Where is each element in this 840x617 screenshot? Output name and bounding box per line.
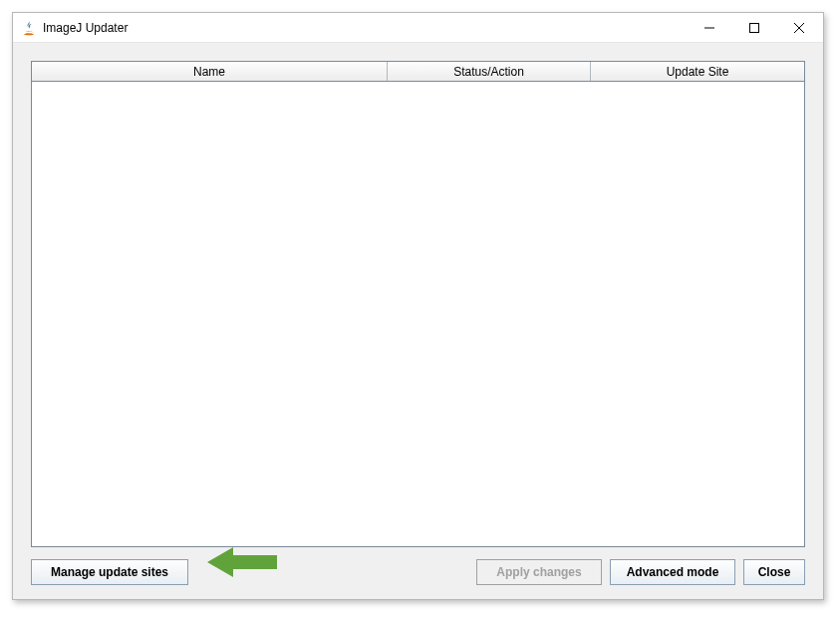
svg-point-0 — [24, 33, 34, 35]
column-header-update-site[interactable]: Update Site — [591, 62, 804, 81]
apply-changes-button: Apply changes — [476, 559, 602, 585]
maximize-button[interactable] — [731, 13, 776, 42]
manage-update-sites-button[interactable]: Manage update sites — [31, 559, 188, 585]
window-title: ImageJ Updater — [43, 21, 687, 35]
close-window-button[interactable] — [776, 13, 821, 42]
column-header-name[interactable]: Name — [32, 62, 388, 81]
window-frame: ImageJ Updater Name Status/Action Update… — [12, 12, 824, 600]
table-body[interactable] — [32, 82, 804, 546]
svg-rect-2 — [749, 23, 758, 32]
titlebar[interactable]: ImageJ Updater — [13, 13, 823, 43]
button-bar: Manage update sites Apply changes Advanc… — [31, 547, 805, 589]
window-controls — [687, 13, 821, 42]
column-header-status[interactable]: Status/Action — [388, 62, 591, 81]
table-header-row: Name Status/Action Update Site — [32, 62, 804, 82]
java-app-icon — [21, 20, 37, 36]
updates-table[interactable]: Name Status/Action Update Site — [31, 61, 805, 547]
close-button[interactable]: Close — [743, 559, 805, 585]
content-area: Name Status/Action Update Site Manage up… — [13, 43, 823, 599]
minimize-button[interactable] — [687, 13, 731, 42]
advanced-mode-button[interactable]: Advanced mode — [610, 559, 735, 585]
